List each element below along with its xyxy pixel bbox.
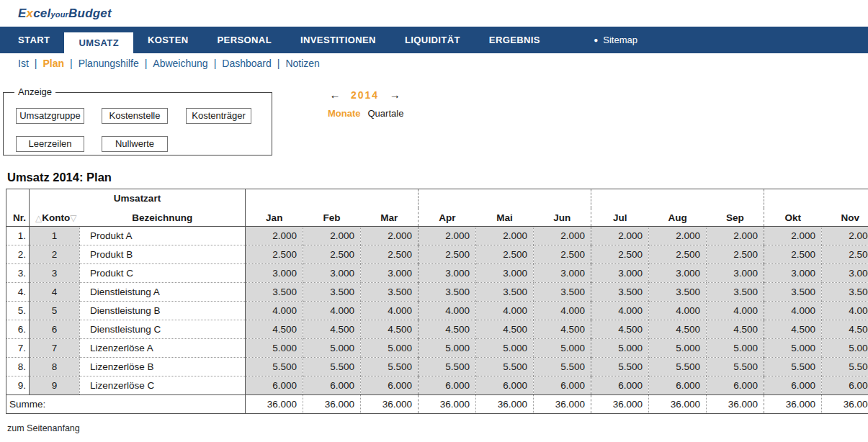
value-cell-aug[interactable]: 5.000 bbox=[649, 339, 707, 358]
value-cell-jul[interactable]: 5.500 bbox=[591, 358, 649, 376]
value-cell-mai[interactable]: 2.000 bbox=[476, 227, 534, 245]
value-cell-feb[interactable]: 5.000 bbox=[303, 339, 361, 358]
value-cell-jul[interactable]: 5.000 bbox=[591, 339, 649, 358]
value-cell-jan[interactable]: 2.500 bbox=[246, 245, 303, 264]
app-logo[interactable]: ExcelyourBudget bbox=[18, 6, 112, 21]
value-cell-okt[interactable]: 3.500 bbox=[764, 283, 822, 302]
prev-year-arrow-icon[interactable]: ← bbox=[328, 89, 342, 101]
value-cell-jul[interactable]: 2.000 bbox=[591, 227, 649, 245]
value-cell-sep[interactable]: 3.500 bbox=[707, 283, 764, 302]
subnav-item-planungshilfe[interactable]: Planungshilfe bbox=[79, 58, 139, 69]
value-cell-okt[interactable]: 5.500 bbox=[764, 358, 822, 376]
back-to-top-link[interactable]: zum Seitenanfang bbox=[7, 423, 80, 433]
value-cell-apr[interactable]: 3.000 bbox=[419, 264, 476, 283]
bezeichnung-cell[interactable]: Lizenzerlöse A bbox=[80, 339, 246, 358]
value-cell-mar[interactable]: 6.000 bbox=[361, 376, 419, 395]
value-cell-mai[interactable]: 3.000 bbox=[476, 264, 534, 283]
bezeichnung-cell[interactable]: Dienstleistung C bbox=[80, 320, 246, 339]
value-cell-mar[interactable]: 3.500 bbox=[361, 283, 419, 302]
value-cell-mai[interactable]: 4.500 bbox=[476, 320, 534, 339]
period-tab-monate[interactable]: Monate bbox=[328, 108, 361, 119]
value-cell-sep[interactable]: 5.000 bbox=[707, 339, 764, 358]
bezeichnung-cell[interactable]: Lizenzerlöse C bbox=[80, 376, 246, 395]
value-cell-nov[interactable]: 2.500 bbox=[822, 245, 868, 264]
value-cell-apr[interactable]: 4.000 bbox=[419, 302, 476, 320]
bezeichnung-cell[interactable]: Dienstleistung B bbox=[80, 302, 246, 320]
value-cell-jan[interactable]: 6.000 bbox=[246, 376, 303, 395]
value-cell-sep[interactable]: 5.500 bbox=[707, 358, 764, 376]
value-cell-jun[interactable]: 2.500 bbox=[534, 245, 591, 264]
konto-cell[interactable]: 7 bbox=[30, 339, 80, 358]
konto-cell[interactable]: 9 bbox=[30, 376, 80, 395]
value-cell-jan[interactable]: 2.000 bbox=[246, 227, 303, 245]
value-cell-nov[interactable]: 2.000 bbox=[822, 227, 868, 245]
bezeichnung-cell[interactable]: Produkt B bbox=[80, 245, 246, 264]
nav-item-liquidität[interactable]: LIQUIDITÄT bbox=[390, 27, 475, 53]
value-cell-jul[interactable]: 3.000 bbox=[591, 264, 649, 283]
value-cell-jun[interactable]: 6.000 bbox=[534, 376, 591, 395]
nav-item-personal[interactable]: PERSONAL bbox=[203, 27, 286, 53]
konto-cell[interactable]: 8 bbox=[30, 358, 80, 376]
bezeichnung-cell[interactable]: Lizenzerlöse B bbox=[80, 358, 246, 376]
value-cell-jul[interactable]: 6.000 bbox=[591, 376, 649, 395]
value-cell-nov[interactable]: 5.000 bbox=[822, 339, 868, 358]
value-cell-okt[interactable]: 5.000 bbox=[764, 339, 822, 358]
konto-cell[interactable]: 3 bbox=[30, 264, 80, 283]
value-cell-jun[interactable]: 3.000 bbox=[534, 264, 591, 283]
nav-item-ergebnis[interactable]: ERGEBNIS bbox=[475, 27, 555, 53]
value-cell-sep[interactable]: 4.500 bbox=[707, 320, 764, 339]
value-cell-aug[interactable]: 4.000 bbox=[649, 302, 707, 320]
value-cell-aug[interactable]: 2.500 bbox=[649, 245, 707, 264]
value-cell-mai[interactable]: 5.500 bbox=[476, 358, 534, 376]
value-cell-mar[interactable]: 5.000 bbox=[361, 339, 419, 358]
next-year-arrow-icon[interactable]: → bbox=[388, 89, 402, 101]
value-cell-apr[interactable]: 2.500 bbox=[419, 245, 476, 264]
value-cell-mai[interactable]: 2.500 bbox=[476, 245, 534, 264]
nav-item-kosten[interactable]: KOSTEN bbox=[133, 27, 203, 53]
value-cell-sep[interactable]: 6.000 bbox=[707, 376, 764, 395]
nav-item-umsatz[interactable]: UMSATZ bbox=[64, 32, 133, 53]
value-cell-jul[interactable]: 4.500 bbox=[591, 320, 649, 339]
subnav-item-notizen[interactable]: Notizen bbox=[285, 58, 319, 69]
value-cell-okt[interactable]: 4.000 bbox=[764, 302, 822, 320]
konto-cell[interactable]: 2 bbox=[30, 245, 80, 264]
value-cell-feb[interactable]: 3.500 bbox=[303, 283, 361, 302]
value-cell-sep[interactable]: 2.000 bbox=[707, 227, 764, 245]
value-cell-mar[interactable]: 4.500 bbox=[361, 320, 419, 339]
value-cell-nov[interactable]: 6.000 bbox=[822, 376, 868, 395]
anzeige-button-kostenträger[interactable]: Kostenträger bbox=[186, 108, 251, 124]
konto-cell[interactable]: 5 bbox=[30, 302, 80, 320]
sort-ascending-icon[interactable]: △ bbox=[35, 213, 42, 223]
value-cell-aug[interactable]: 6.000 bbox=[649, 376, 707, 395]
subnav-item-plan[interactable]: Plan bbox=[42, 58, 64, 69]
value-cell-mar[interactable]: 4.000 bbox=[361, 302, 419, 320]
value-cell-jun[interactable]: 2.000 bbox=[534, 227, 591, 245]
value-cell-nov[interactable]: 4.500 bbox=[822, 320, 868, 339]
value-cell-okt[interactable]: 2.500 bbox=[764, 245, 822, 264]
value-cell-aug[interactable]: 5.500 bbox=[649, 358, 707, 376]
value-cell-aug[interactable]: 4.500 bbox=[649, 320, 707, 339]
anzeige-button-nullwerte[interactable]: Nullwerte bbox=[102, 136, 168, 152]
value-cell-jan[interactable]: 5.000 bbox=[246, 339, 303, 358]
value-cell-mai[interactable]: 4.000 bbox=[476, 302, 534, 320]
konto-cell[interactable]: 4 bbox=[30, 283, 80, 302]
value-cell-apr[interactable]: 4.500 bbox=[419, 320, 476, 339]
period-tab-quartale[interactable]: Quartale bbox=[368, 108, 404, 119]
value-cell-jun[interactable]: 4.500 bbox=[534, 320, 591, 339]
value-cell-mar[interactable]: 2.000 bbox=[361, 227, 419, 245]
value-cell-feb[interactable]: 5.500 bbox=[303, 358, 361, 376]
value-cell-aug[interactable]: 3.000 bbox=[649, 264, 707, 283]
value-cell-feb[interactable]: 3.000 bbox=[303, 264, 361, 283]
bezeichnung-cell[interactable]: Produkt C bbox=[80, 264, 246, 283]
value-cell-mar[interactable]: 2.500 bbox=[361, 245, 419, 264]
value-cell-aug[interactable]: 2.000 bbox=[649, 227, 707, 245]
value-cell-mai[interactable]: 3.500 bbox=[476, 283, 534, 302]
value-cell-nov[interactable]: 3.500 bbox=[822, 283, 868, 302]
value-cell-okt[interactable]: 6.000 bbox=[764, 376, 822, 395]
value-cell-aug[interactable]: 3.500 bbox=[649, 283, 707, 302]
value-cell-jan[interactable]: 3.000 bbox=[246, 264, 303, 283]
value-cell-apr[interactable]: 6.000 bbox=[419, 376, 476, 395]
value-cell-apr[interactable]: 3.500 bbox=[419, 283, 476, 302]
value-cell-jan[interactable]: 3.500 bbox=[246, 283, 303, 302]
anzeige-button-kostenstelle[interactable]: Kostenstelle bbox=[102, 108, 168, 124]
